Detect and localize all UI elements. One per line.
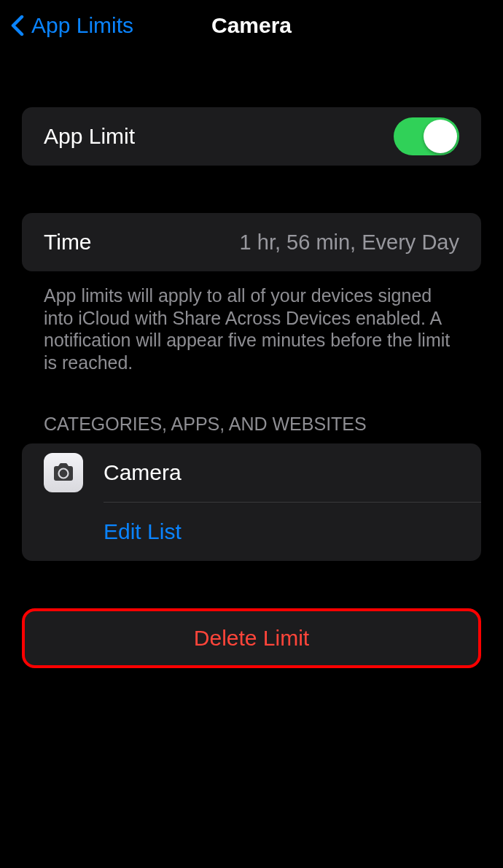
- toggle-knob: [424, 120, 457, 153]
- chevron-left-icon: [11, 15, 24, 36]
- time-group: Time 1 hr, 56 min, Every Day: [22, 213, 481, 271]
- back-label: App Limits: [31, 13, 133, 38]
- back-button[interactable]: App Limits: [11, 13, 133, 38]
- app-row-camera: Camera: [22, 443, 481, 502]
- apps-group: Camera Edit List: [22, 443, 481, 561]
- time-row[interactable]: Time 1 hr, 56 min, Every Day: [22, 213, 481, 271]
- app-limit-row: App Limit: [22, 107, 481, 166]
- edit-list-row[interactable]: Edit List: [22, 503, 481, 561]
- app-limit-toggle[interactable]: [394, 117, 459, 155]
- categories-header: CATEGORIES, APPS, AND WEBSITES: [22, 373, 481, 443]
- delete-limit-button[interactable]: Delete Limit: [22, 608, 481, 668]
- app-limit-group: App Limit: [22, 107, 481, 166]
- delete-limit-label: Delete Limit: [194, 626, 309, 651]
- navigation-bar: App Limits Camera: [0, 0, 503, 51]
- time-label: Time: [44, 230, 92, 255]
- app-name-label: Camera: [104, 460, 182, 485]
- camera-icon: [44, 453, 83, 492]
- edit-list-label: Edit List: [104, 519, 182, 544]
- description-text: App limits will apply to all of your dev…: [22, 271, 481, 373]
- app-limit-label: App Limit: [44, 124, 135, 149]
- page-title: Camera: [211, 13, 292, 38]
- time-value: 1 hr, 56 min, Every Day: [240, 230, 459, 255]
